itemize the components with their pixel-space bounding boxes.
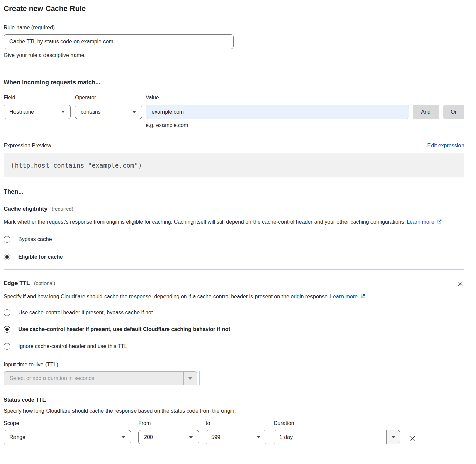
radio-label: Use cache-control header if present, use… (18, 325, 230, 334)
duration-select-value: 1 day (274, 430, 386, 444)
close-icon (409, 435, 416, 442)
radio-icon[interactable] (4, 254, 10, 260)
learn-more-link[interactable]: Learn more (330, 294, 358, 299)
rule-name-label: Rule name (required) (4, 24, 464, 32)
radio-icon[interactable] (4, 236, 10, 243)
radio-icon[interactable] (4, 309, 10, 316)
field-label: Field (4, 94, 71, 102)
section-divider (4, 69, 464, 69)
external-link-icon (360, 294, 365, 299)
ttl-input-label: Input time-to-live (TTL) (4, 360, 464, 369)
edge-ttl-description: Specify if and how long Cloudflare shoul… (4, 292, 375, 301)
scope-select[interactable]: Range (4, 430, 131, 444)
value-hint: e.g. example.com (146, 122, 409, 128)
chevron-down-icon (391, 436, 395, 438)
radio-label: Eligible for cache (18, 253, 63, 261)
learn-more-link[interactable]: Learn more (407, 219, 434, 225)
ttl-duration-placeholder: Select or add a duration in seconds (4, 372, 183, 385)
operator-select[interactable]: contains (75, 105, 142, 119)
to-select[interactable]: 599 (206, 430, 266, 444)
operator-label: Operator (75, 94, 142, 102)
edit-expression-link[interactable]: Edit expression (427, 143, 464, 149)
to-group: to 599 (206, 419, 266, 444)
status-code-ttl-title: Status code TTL (4, 397, 464, 403)
chevron-down-icon (257, 436, 261, 438)
edge-ttl-description-text: Specify if and how long Cloudflare shoul… (4, 294, 329, 299)
radio-label: Ignore cache-control header and use this… (18, 342, 127, 350)
radio-icon[interactable] (4, 326, 10, 333)
status-code-ttl-row: Scope Range From 200 to 599 Duration 1 d… (4, 419, 464, 444)
expression-code-box: (http.host contains "example.com") (4, 153, 464, 177)
duration-label: Duration (274, 419, 400, 427)
status-code-ttl-description: Specify how long Cloudflare should cache… (4, 407, 464, 415)
edge-ttl-title: Edge TTL (4, 280, 30, 286)
field-group: Field Hostname (4, 94, 71, 119)
ttl-select-caret-box (183, 372, 197, 385)
cache-eligibility-header: Cache eligibility (required) (4, 206, 464, 212)
radio-label: Bypass cache (18, 235, 52, 243)
radio-icon[interactable] (4, 343, 10, 350)
ttl-select-row: Select or add a duration in seconds (4, 371, 464, 385)
and-button[interactable]: And (413, 105, 439, 119)
value-input[interactable] (146, 105, 409, 119)
create-cache-rule-form: Create new Cache Rule Rule name (require… (4, 0, 464, 444)
radio-option-ignore-header[interactable]: Ignore cache-control header and use this… (4, 342, 464, 350)
radio-option-use-header-default[interactable]: Use cache-control header if present, use… (4, 325, 464, 334)
cache-eligibility-title: Cache eligibility (4, 206, 47, 212)
expression-preview-row: Expression Preview Edit expression (4, 143, 464, 149)
chevron-down-icon (132, 111, 136, 113)
edge-ttl-header: Edge TTL (optional) (4, 280, 464, 289)
cache-eligibility-required: (required) (52, 206, 73, 212)
operator-select-value: contains (81, 109, 101, 115)
scope-label: Scope (4, 419, 131, 427)
expression-code: (http.host contains "example.com") (11, 162, 142, 169)
field-select-value: Hostname (9, 109, 34, 115)
radio-label: Use cache-control header if present, byp… (18, 309, 153, 317)
value-group: Value e.g. example.com (146, 94, 409, 128)
match-heading: When incoming requests match... (4, 78, 464, 86)
to-select-value: 599 (211, 434, 220, 440)
from-select-value: 200 (144, 434, 153, 440)
scope-group: Scope Range (4, 419, 131, 444)
radio-option-eligible-for-cache[interactable]: Eligible for cache (4, 253, 464, 261)
radio-option-use-header-bypass[interactable]: Use cache-control header if present, byp… (4, 309, 464, 317)
radio-option-bypass-cache[interactable]: Bypass cache (4, 235, 464, 243)
duration-select[interactable]: 1 day (274, 430, 400, 444)
expression-preview-label: Expression Preview (4, 143, 51, 149)
field-select[interactable]: Hostname (4, 105, 71, 119)
rule-name-input[interactable] (4, 34, 234, 49)
edge-ttl-optional: (optional) (34, 280, 55, 286)
then-heading: Then... (4, 187, 464, 196)
cache-eligibility-description: Mark whether the request's response from… (4, 217, 464, 227)
page-title: Create new Cache Rule (4, 4, 464, 13)
from-select[interactable]: 200 (138, 430, 199, 444)
chevron-down-icon (121, 436, 125, 438)
chevron-down-icon (61, 111, 65, 113)
close-icon (457, 281, 464, 287)
duration-group: Duration 1 day (274, 419, 400, 444)
section-divider (4, 269, 464, 270)
to-label: to (206, 419, 266, 427)
operator-group: Operator contains (75, 94, 142, 119)
value-label: Value (146, 94, 409, 102)
from-label: From (138, 419, 199, 427)
cache-eligibility-description-text: Mark whether the request's response from… (4, 219, 406, 225)
remove-edge-ttl-button[interactable] (456, 280, 464, 289)
remove-status-code-row-button[interactable] (408, 434, 417, 444)
from-group: From 200 (138, 419, 199, 444)
duration-caret-box (386, 430, 400, 444)
rule-name-help: Give your rule a descriptive name. (4, 52, 464, 59)
ttl-focus-cursor (199, 371, 200, 385)
chevron-down-icon (188, 377, 192, 380)
or-button[interactable]: Or (443, 105, 464, 119)
external-link-icon (437, 219, 442, 224)
ttl-duration-select[interactable]: Select or add a duration in seconds (4, 371, 197, 385)
match-condition-row: Field Hostname Operator contains Value e… (4, 94, 464, 128)
chevron-down-icon (189, 436, 193, 438)
scope-select-value: Range (9, 434, 25, 440)
